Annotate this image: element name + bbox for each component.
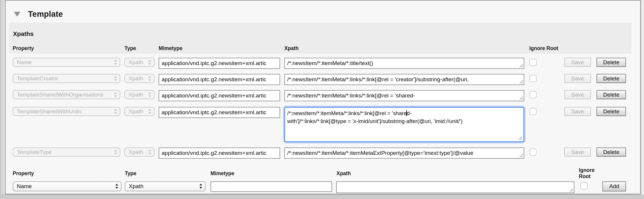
template-form-page: Template Xpaths Property Type Mimetype X… bbox=[5, 0, 641, 195]
type-select[interactable]: Xpath bbox=[124, 58, 155, 67]
property-select-value: TemplateSharedWithOrganisations bbox=[17, 92, 114, 98]
ignore-root-checkbox[interactable] bbox=[529, 148, 537, 156]
column-header-type: Type bbox=[124, 45, 155, 52]
type-select[interactable]: Xpath bbox=[124, 90, 155, 99]
type-select-value: Xpath bbox=[129, 92, 148, 98]
xpath-textarea-wrap bbox=[284, 90, 524, 101]
row-actions: Save Delete bbox=[564, 74, 626, 83]
mimetype-input[interactable] bbox=[159, 90, 280, 101]
add-mimetype-input[interactable] bbox=[211, 181, 332, 192]
xpath-text-before-caret: /*:newsItem/*:itemMeta/*:links/*:link[@r… bbox=[287, 110, 407, 116]
add-property-select[interactable]: Name bbox=[13, 181, 121, 191]
xpath-textarea[interactable] bbox=[284, 74, 524, 85]
type-select-value: Xpath bbox=[129, 59, 148, 66]
property-select-value: TemplateCreator bbox=[17, 75, 114, 82]
type-select[interactable]: Xpath bbox=[124, 107, 155, 116]
property-select-value: TemplateSharedWithUnits bbox=[17, 108, 114, 115]
row-actions: Save Delete bbox=[564, 58, 626, 67]
xpath-row-template-creator: TemplateCreator Xpath Save Delete bbox=[13, 74, 626, 85]
save-button[interactable]: Save bbox=[564, 74, 591, 83]
select-stepper-icon bbox=[148, 75, 152, 82]
resize-grip-icon[interactable] bbox=[519, 80, 523, 84]
property-select[interactable]: TemplateType bbox=[13, 147, 120, 157]
column-header-ignore-root: Ignore Root bbox=[529, 45, 558, 52]
xpath-textarea-wrap bbox=[284, 74, 524, 85]
collapse-triangle-icon[interactable] bbox=[14, 11, 20, 17]
type-select[interactable]: Xpath bbox=[124, 74, 155, 83]
save-button[interactable]: Save bbox=[564, 90, 591, 99]
xpath-textarea[interactable] bbox=[284, 58, 524, 69]
type-select-value: Xpath bbox=[129, 149, 148, 155]
add-column-header-mimetype: Mimetype bbox=[211, 170, 332, 177]
add-form-headers: Property Type Mimetype Xpath Ignore Root bbox=[9, 164, 631, 180]
xpaths-header-band: Xpaths Property Type Mimetype Xpath Igno… bbox=[9, 23, 631, 54]
xpath-row-template-type: TemplateType Xpath Save Delete bbox=[13, 147, 626, 159]
mimetype-input[interactable] bbox=[159, 74, 280, 85]
save-button[interactable]: Save bbox=[564, 107, 591, 116]
property-select[interactable]: TemplateSharedWithUnits bbox=[13, 107, 120, 116]
save-button[interactable]: Save bbox=[564, 147, 591, 157]
xpath-textarea-focused[interactable]: /*:newsItem/*:itemMeta/*:links/*:link[@r… bbox=[284, 107, 524, 142]
add-type-select[interactable]: Xpath bbox=[125, 181, 206, 191]
select-stepper-icon bbox=[114, 108, 117, 115]
add-property-select-value: Name bbox=[17, 183, 115, 190]
add-button[interactable]: Add bbox=[602, 181, 626, 191]
xpaths-heading: Xpaths bbox=[13, 30, 34, 37]
delete-button[interactable]: Delete bbox=[597, 147, 626, 157]
delete-button[interactable]: Delete bbox=[597, 58, 626, 67]
select-stepper-icon bbox=[148, 108, 152, 115]
add-column-header-ignore-root: Ignore Root bbox=[579, 167, 601, 180]
mimetype-input[interactable] bbox=[159, 107, 280, 118]
add-form-row: Name Xpath Add bbox=[9, 180, 631, 193]
delete-button[interactable]: Delete bbox=[597, 107, 626, 116]
delete-button[interactable]: Delete bbox=[597, 74, 626, 83]
window-left-gutter bbox=[0, 0, 5, 194]
property-select[interactable]: TemplateCreator bbox=[13, 74, 120, 83]
window-right-sliver bbox=[641, 0, 644, 195]
ignore-root-checkbox[interactable] bbox=[529, 108, 537, 115]
add-xpath-textarea-wrap bbox=[336, 181, 574, 193]
xpath-textarea[interactable] bbox=[284, 90, 524, 101]
property-select[interactable]: TemplateSharedWithOrganisations bbox=[13, 90, 120, 99]
row-actions: Save Delete bbox=[564, 107, 626, 116]
section-header: Template bbox=[14, 9, 640, 19]
ignore-root-checkbox[interactable] bbox=[529, 91, 537, 98]
ignore-root-checkbox[interactable] bbox=[529, 59, 537, 66]
add-column-header-xpath: Xpath bbox=[336, 170, 575, 177]
column-header-property: Property bbox=[13, 45, 120, 52]
xpath-textarea[interactable] bbox=[284, 147, 524, 159]
resize-grip-icon[interactable] bbox=[519, 153, 523, 158]
ignore-root-checkbox[interactable] bbox=[529, 75, 537, 82]
add-type-select-value: Xpath bbox=[129, 183, 199, 190]
select-stepper-icon bbox=[148, 59, 152, 66]
mimetype-input[interactable] bbox=[159, 58, 280, 69]
column-header-mimetype: Mimetype bbox=[159, 45, 280, 52]
add-xpath-textarea[interactable] bbox=[336, 181, 574, 193]
type-select-value: Xpath bbox=[129, 75, 148, 82]
select-stepper-icon bbox=[114, 75, 117, 82]
column-headers: Property Type Mimetype Xpath Ignore Root bbox=[13, 45, 626, 52]
mimetype-input[interactable] bbox=[159, 147, 280, 159]
select-stepper-icon bbox=[148, 149, 152, 155]
property-select[interactable]: Name bbox=[13, 58, 120, 67]
resize-grip-icon[interactable] bbox=[518, 136, 523, 140]
screen: Template Xpaths Property Type Mimetype X… bbox=[0, 0, 644, 199]
select-stepper-icon bbox=[199, 183, 203, 190]
add-ignore-root-checkbox[interactable] bbox=[580, 182, 588, 190]
save-button[interactable]: Save bbox=[564, 58, 591, 67]
property-select-value: TemplateType bbox=[17, 149, 114, 155]
type-select[interactable]: Xpath bbox=[124, 147, 155, 157]
select-stepper-icon bbox=[114, 59, 117, 66]
resize-grip-icon[interactable] bbox=[519, 64, 523, 68]
row-actions: Save Delete bbox=[564, 147, 626, 157]
property-select-value: Name bbox=[17, 59, 114, 66]
row-actions: Save Delete bbox=[564, 90, 626, 99]
select-stepper-icon bbox=[114, 149, 117, 155]
xpath-rows: Name Xpath Save Delete bbox=[9, 54, 631, 159]
section-title: Template bbox=[28, 10, 63, 19]
delete-button[interactable]: Delete bbox=[597, 90, 626, 99]
resize-grip-icon[interactable] bbox=[569, 188, 574, 192]
select-stepper-icon bbox=[114, 92, 117, 98]
resize-grip-icon[interactable] bbox=[519, 96, 523, 100]
xpath-row-template-shared-with-units: TemplateSharedWithUnits Xpath /*:newsIte… bbox=[13, 107, 626, 142]
